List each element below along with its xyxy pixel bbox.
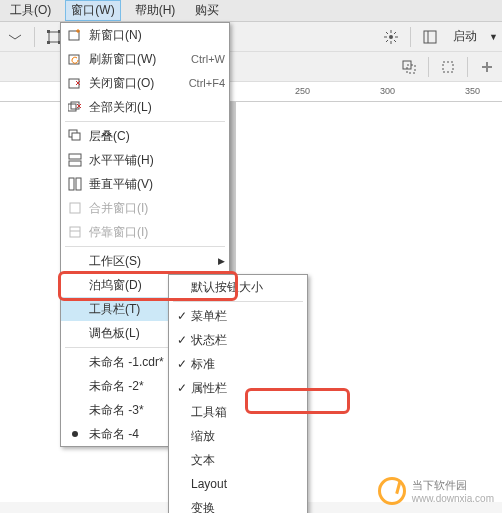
menu-label: 标准 xyxy=(191,356,303,373)
menu-label: Layout xyxy=(191,477,303,491)
active-doc-icon xyxy=(65,424,85,444)
cascade-icon xyxy=(65,126,85,146)
menu-label: 全部关闭(L) xyxy=(89,99,225,116)
submenu-text[interactable]: 文本 xyxy=(169,448,307,472)
submenu-zoom[interactable]: 缩放 xyxy=(169,424,307,448)
add-icon[interactable] xyxy=(476,56,498,78)
menu-refresh-window[interactable]: 刷新窗口(W) Ctrl+W xyxy=(61,47,229,71)
menubar: 工具(O) 窗口(W) 帮助(H) 购买 xyxy=(0,0,502,22)
menu-label: 层叠(C) xyxy=(89,128,225,145)
refresh-window-icon xyxy=(65,49,85,69)
blank-icon xyxy=(65,275,85,295)
menu-label: 关闭窗口(O) xyxy=(89,75,177,92)
watermark: 当下软件园 www.downxia.com xyxy=(378,477,494,505)
submenu-statusbar[interactable]: ✓ 状态栏 xyxy=(169,328,307,352)
group-icon[interactable] xyxy=(398,56,420,78)
menu-separator xyxy=(173,301,303,302)
svg-rect-21 xyxy=(76,178,81,190)
svg-rect-0 xyxy=(49,32,59,42)
svg-rect-1 xyxy=(47,30,50,33)
menu-dock-window: 停靠窗口(I) xyxy=(61,220,229,244)
menu-cascade[interactable]: 层叠(C) xyxy=(61,124,229,148)
submenu-default-size[interactable]: 默认按钮大小 xyxy=(169,275,307,299)
blank-icon xyxy=(65,251,85,271)
menu-merge-window: 合并窗口(I) xyxy=(61,196,229,220)
tool-dropdown-icon[interactable] xyxy=(4,26,26,48)
blank-icon xyxy=(65,376,85,396)
menu-label: 属性栏 xyxy=(191,380,303,397)
menu-separator xyxy=(65,246,225,247)
tile-v-icon xyxy=(65,174,85,194)
menu-label: 工具箱 xyxy=(191,404,303,421)
menu-tile-v[interactable]: 垂直平铺(V) xyxy=(61,172,229,196)
blank-icon xyxy=(65,323,85,343)
menu-label: 变换 xyxy=(191,500,303,514)
tile-h-icon xyxy=(65,150,85,170)
new-window-icon xyxy=(65,25,85,45)
svg-rect-3 xyxy=(47,41,50,44)
separator xyxy=(34,27,35,47)
dock-icon xyxy=(65,222,85,242)
menu-close-window[interactable]: 关闭窗口(O) Ctrl+F4 xyxy=(61,71,229,95)
submenu-layout[interactable]: Layout xyxy=(169,472,307,496)
svg-rect-6 xyxy=(424,31,436,43)
menu-buy[interactable]: 购买 xyxy=(189,0,225,21)
check-icon: ✓ xyxy=(173,357,191,371)
menu-label: 缩放 xyxy=(191,428,303,445)
chevron-down-icon[interactable]: ▼ xyxy=(489,32,498,42)
menu-label: 停靠窗口(I) xyxy=(89,224,225,241)
ruler-tick: 350 xyxy=(465,86,480,96)
menu-tools[interactable]: 工具(O) xyxy=(4,0,57,21)
menu-shortcut: Ctrl+W xyxy=(191,53,225,65)
menu-window[interactable]: 窗口(W) xyxy=(65,0,120,21)
svg-rect-22 xyxy=(70,203,80,213)
submenu-transform[interactable]: 变换 xyxy=(169,496,307,513)
check-icon: ✓ xyxy=(173,381,191,395)
separator xyxy=(428,57,429,77)
merge-icon xyxy=(65,198,85,218)
menu-label: 工作区(S) xyxy=(89,253,210,270)
menu-label: 新窗口(N) xyxy=(89,27,225,44)
close-window-icon xyxy=(65,73,85,93)
menu-label: 垂直平铺(V) xyxy=(89,176,225,193)
layout-icon[interactable] xyxy=(419,26,441,48)
menu-close-all[interactable]: 全部关闭(L) xyxy=(61,95,229,119)
gear-icon[interactable] xyxy=(380,26,402,48)
ruler-tick: 250 xyxy=(295,86,310,96)
menu-workspace[interactable]: 工作区(S) ▶ xyxy=(61,249,229,273)
bounding-icon[interactable] xyxy=(437,56,459,78)
menu-label: 默认按钮大小 xyxy=(191,279,303,296)
menu-label: 状态栏 xyxy=(191,332,303,349)
menu-label: 刷新窗口(W) xyxy=(89,51,179,68)
menu-tile-h[interactable]: 水平平铺(H) xyxy=(61,148,229,172)
menu-label: 水平平铺(H) xyxy=(89,152,225,169)
check-icon: ✓ xyxy=(173,333,191,347)
svg-rect-17 xyxy=(72,133,80,140)
submenu-standard[interactable]: ✓ 标准 xyxy=(169,352,307,376)
blank-icon xyxy=(65,352,85,372)
blank-icon xyxy=(65,400,85,420)
menu-new-window[interactable]: 新窗口(N) xyxy=(61,23,229,47)
watermark-url: www.downxia.com xyxy=(412,493,494,504)
check-icon: ✓ xyxy=(173,309,191,323)
menu-shortcut: Ctrl+F4 xyxy=(189,77,225,89)
watermark-name: 当下软件园 xyxy=(412,478,494,493)
ruler-tick: 300 xyxy=(380,86,395,96)
menu-label: 菜单栏 xyxy=(191,308,303,325)
submenu-property[interactable]: ✓ 属性栏 xyxy=(169,376,307,400)
close-all-icon xyxy=(65,97,85,117)
svg-rect-19 xyxy=(69,161,81,166)
menu-help[interactable]: 帮助(H) xyxy=(129,0,182,21)
submenu-menubar[interactable]: ✓ 菜单栏 xyxy=(169,304,307,328)
submenu-toolbox[interactable]: 工具箱 xyxy=(169,400,307,424)
menu-label: 文本 xyxy=(191,452,303,469)
toolbars-submenu: 默认按钮大小 ✓ 菜单栏 ✓ 状态栏 ✓ 标准 ✓ 属性栏 工具箱 缩放 文本 … xyxy=(168,274,308,513)
submenu-arrow-icon: ▶ xyxy=(218,256,225,266)
menu-separator xyxy=(65,121,225,122)
launch-button[interactable]: 启动 xyxy=(447,26,483,47)
svg-rect-20 xyxy=(69,178,74,190)
svg-rect-18 xyxy=(69,154,81,159)
svg-rect-14 xyxy=(68,104,76,111)
separator xyxy=(467,57,468,77)
svg-rect-23 xyxy=(70,227,80,237)
